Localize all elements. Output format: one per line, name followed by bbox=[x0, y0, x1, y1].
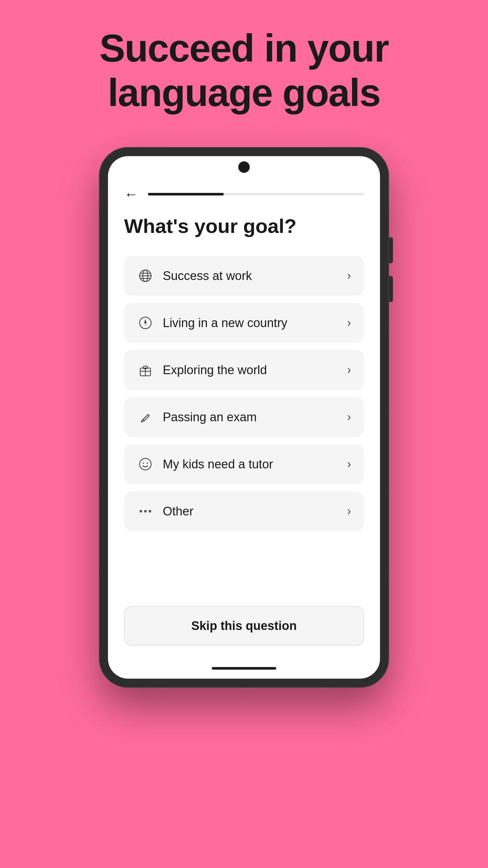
phone-screen: ← What's your goal? bbox=[108, 156, 380, 679]
option-label-other: Other bbox=[163, 504, 193, 518]
pencil-icon bbox=[137, 409, 154, 426]
front-camera bbox=[238, 161, 250, 173]
svg-point-14 bbox=[143, 463, 144, 464]
option-label-exploring-the-world: Exploring the world bbox=[163, 363, 267, 377]
option-living-in-new-country[interactable]: Living in a new country › bbox=[124, 303, 364, 343]
option-label-passing-an-exam: Passing an exam bbox=[163, 410, 257, 424]
chevron-right-icon: › bbox=[347, 457, 351, 471]
option-success-at-work[interactable]: Success at work › bbox=[124, 256, 364, 296]
power-button bbox=[389, 276, 393, 302]
option-exploring-the-world[interactable]: Exploring the world › bbox=[124, 350, 364, 390]
chevron-right-icon: › bbox=[347, 269, 351, 283]
question-title: What's your goal? bbox=[124, 214, 364, 238]
compass-icon bbox=[137, 314, 154, 331]
svg-point-15 bbox=[147, 463, 148, 464]
page-title: Succeed in yourlanguage goals bbox=[100, 26, 389, 115]
back-button[interactable]: ← bbox=[124, 187, 138, 201]
skip-button[interactable]: Skip this question bbox=[124, 606, 364, 646]
smiley-icon bbox=[137, 456, 154, 472]
progress-bar-container bbox=[148, 193, 364, 195]
option-other[interactable]: Other › bbox=[124, 491, 364, 531]
nav-bar: ← bbox=[124, 187, 364, 201]
home-indicator bbox=[108, 662, 380, 679]
progress-bar-fill bbox=[148, 193, 224, 195]
phone-mockup: ← What's your goal? bbox=[99, 147, 389, 728]
svg-point-13 bbox=[139, 458, 151, 470]
dots-icon bbox=[137, 503, 154, 520]
svg-point-8 bbox=[145, 322, 147, 324]
chevron-right-icon: › bbox=[347, 316, 351, 330]
volume-button bbox=[389, 238, 393, 263]
skip-section: Skip this question bbox=[108, 600, 380, 662]
chevron-right-icon: › bbox=[347, 363, 351, 377]
chevron-right-icon: › bbox=[347, 504, 351, 518]
option-label-success-at-work: Success at work bbox=[163, 269, 252, 283]
option-kids-tutor[interactable]: My kids need a tutor › bbox=[124, 444, 364, 484]
options-list: Success at work › bbox=[124, 256, 364, 587]
home-bar bbox=[212, 667, 276, 670]
screen-content: ← What's your goal? bbox=[108, 179, 380, 600]
suitcase-icon bbox=[137, 362, 154, 378]
option-label-living-in-new-country: Living in a new country bbox=[163, 316, 288, 330]
phone-notch bbox=[108, 156, 380, 179]
globe-icon bbox=[137, 268, 154, 284]
option-label-kids-tutor: My kids need a tutor bbox=[163, 457, 273, 471]
chevron-right-icon: › bbox=[347, 410, 351, 424]
phone-frame: ← What's your goal? bbox=[99, 147, 389, 688]
option-passing-an-exam[interactable]: Passing an exam › bbox=[124, 397, 364, 437]
